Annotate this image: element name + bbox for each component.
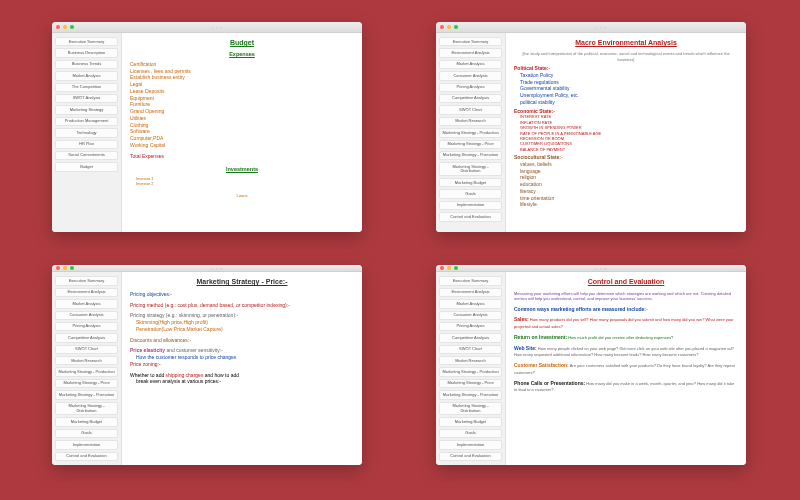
line-objectives: Pricing objectives:- bbox=[130, 291, 354, 298]
titlebar[interactable]: ◦ ◦ ◦ bbox=[52, 265, 362, 272]
sidebar-item[interactable]: Technology bbox=[55, 128, 118, 137]
list-item: education bbox=[520, 181, 738, 188]
sidebar-item[interactable]: Environment Analysis bbox=[439, 288, 502, 297]
sidebar-item[interactable]: Control and Evaluation bbox=[439, 452, 502, 461]
item-phone: Phone Calls or Presentations: How many d… bbox=[514, 380, 738, 394]
sidebar-item[interactable]: Market Analysis bbox=[55, 71, 118, 80]
line-zoning: Price zoning:- bbox=[130, 361, 354, 368]
sidebar: Executive SummaryBusiness DescriptionBus… bbox=[52, 33, 122, 232]
sidebar-item[interactable]: Marketing Strategy - Distribution bbox=[439, 402, 502, 416]
sidebar-item[interactable]: Marketing Strategy - Distribution bbox=[439, 162, 502, 176]
sidebar-item[interactable]: Marketing Strategy - Promotion bbox=[439, 390, 502, 399]
window-title: ◦ ◦ ◦ bbox=[77, 25, 358, 30]
list-item: Trade regulations bbox=[520, 79, 738, 86]
sidebar-item[interactable]: Implementation bbox=[439, 201, 502, 210]
zoom-icon[interactable] bbox=[70, 266, 74, 270]
document-content: Control and Evaluation Measuring your ma… bbox=[506, 272, 746, 465]
sidebar-item[interactable]: Executive Summary bbox=[55, 276, 118, 285]
sidebar-item[interactable]: Marketing Strategy - Price bbox=[55, 379, 118, 388]
list-item: language bbox=[520, 168, 738, 175]
expense-item: Furniture bbox=[130, 101, 354, 108]
sidebar-item[interactable]: Competitive Analysis bbox=[55, 333, 118, 342]
sidebar-item[interactable]: The Competition bbox=[55, 83, 118, 92]
close-icon[interactable] bbox=[56, 266, 60, 270]
line-discounts: Discounts and allowances:- bbox=[130, 337, 354, 344]
sidebar-item[interactable]: Control and Evaluation bbox=[439, 212, 502, 221]
sidebar-item[interactable]: Marketing Budget bbox=[439, 178, 502, 187]
sidebar-item[interactable]: HR Plan bbox=[55, 140, 118, 149]
sidebar-item[interactable]: Market Analysis bbox=[439, 299, 502, 308]
heading-sociocultural: Sociocultural State:- bbox=[514, 154, 738, 161]
sidebar-item[interactable]: Marketing Budget bbox=[55, 417, 118, 426]
sidebar: Executive SummaryEnvironment AnalysisMar… bbox=[436, 272, 506, 465]
sidebar-item[interactable]: SWOT Chart bbox=[439, 345, 502, 354]
sidebar-item[interactable]: Market Research bbox=[55, 356, 118, 365]
sidebar-item[interactable]: Market Research bbox=[439, 356, 502, 365]
sidebar-item[interactable]: Consumer Analysis bbox=[439, 71, 502, 80]
sidebar-item[interactable]: Environment Analysis bbox=[55, 288, 118, 297]
sidebar-item[interactable]: Pricing Analysis bbox=[55, 322, 118, 331]
sidebar-item[interactable]: Market Analysis bbox=[439, 60, 502, 69]
sidebar-item[interactable]: Social Commitments bbox=[55, 151, 118, 160]
minimize-icon[interactable] bbox=[447, 266, 451, 270]
expense-item: Computer,PDA bbox=[130, 135, 354, 142]
list-item: literacy bbox=[520, 188, 738, 195]
zoom-icon[interactable] bbox=[454, 266, 458, 270]
intro-text: Measuring your marketing efforts will he… bbox=[514, 291, 738, 302]
minimize-icon[interactable] bbox=[447, 25, 451, 29]
minimize-icon[interactable] bbox=[63, 266, 67, 270]
sidebar-item[interactable]: Market Research bbox=[439, 117, 502, 126]
sidebar-item[interactable]: Business Description bbox=[55, 48, 118, 57]
sidebar-item[interactable]: SWOT Chart bbox=[55, 345, 118, 354]
sidebar-item[interactable]: Market Analysis bbox=[55, 299, 118, 308]
sidebar-item[interactable]: Executive Summary bbox=[55, 37, 118, 46]
page-title: Control and Evaluation bbox=[514, 277, 738, 286]
sidebar-item[interactable]: Business Trends bbox=[55, 60, 118, 69]
expense-item: Working Capital bbox=[130, 142, 354, 149]
sidebar-item[interactable]: Marketing Strategy - Price bbox=[439, 379, 502, 388]
sidebar-item[interactable]: Marketing Budget bbox=[439, 417, 502, 426]
close-icon[interactable] bbox=[56, 25, 60, 29]
zoom-icon[interactable] bbox=[454, 25, 458, 29]
sidebar-item[interactable]: Competitive Analysis bbox=[439, 94, 502, 103]
sidebar-item[interactable]: Control and Evaluation bbox=[55, 452, 118, 461]
sidebar-item[interactable]: Marketing Strategy - Production bbox=[439, 367, 502, 376]
list-item: lifestyle. bbox=[520, 201, 738, 208]
titlebar[interactable]: ◦ ◦ ◦ bbox=[436, 265, 746, 272]
sidebar-item[interactable]: Goals bbox=[439, 429, 502, 438]
sidebar-item[interactable]: Competitive Analysis bbox=[439, 333, 502, 342]
sidebar-item[interactable]: Consumer Analysis bbox=[55, 311, 118, 320]
sidebar-item[interactable]: Marketing Strategy - Promotion bbox=[55, 390, 118, 399]
close-icon[interactable] bbox=[440, 25, 444, 29]
sidebar: Executive SummaryEnvironment AnalysisMar… bbox=[436, 33, 506, 232]
zoom-icon[interactable] bbox=[70, 25, 74, 29]
sidebar-item[interactable]: SWOT Chart bbox=[439, 105, 502, 114]
sidebar-item[interactable]: SWOT Analysis bbox=[55, 94, 118, 103]
sidebar-item[interactable]: Implementation bbox=[439, 440, 502, 449]
sidebar-item[interactable]: Marketing Strategy bbox=[55, 105, 118, 114]
sidebar-item[interactable]: Goals bbox=[55, 429, 118, 438]
titlebar[interactable]: ◦ ◦ ◦ bbox=[52, 22, 362, 33]
sidebar-item[interactable]: Marketing Strategy - Distribution bbox=[55, 402, 118, 416]
sidebar-item[interactable]: Pricing Analysis bbox=[439, 83, 502, 92]
window-budget: ◦ ◦ ◦ Executive SummaryBusiness Descript… bbox=[52, 22, 362, 232]
sidebar-item[interactable]: Marketing Strategy - Promotion bbox=[439, 151, 502, 160]
sidebar-item[interactable]: Pricing Analysis bbox=[439, 322, 502, 331]
sidebar-item[interactable]: Executive Summary bbox=[439, 276, 502, 285]
sidebar-item[interactable]: Goals bbox=[439, 189, 502, 198]
minimize-icon[interactable] bbox=[63, 25, 67, 29]
sidebar-item[interactable]: Consumer Analysis bbox=[439, 311, 502, 320]
sidebar-item[interactable]: Implementation bbox=[55, 440, 118, 449]
sidebar-item[interactable]: Marketing Strategy - Production bbox=[439, 128, 502, 137]
window-title: ◦ ◦ ◦ bbox=[461, 25, 742, 30]
page-title: Macro Environmental Analysis bbox=[514, 38, 738, 47]
sidebar-item[interactable]: Production Management bbox=[55, 117, 118, 126]
titlebar[interactable]: ◦ ◦ ◦ bbox=[436, 22, 746, 33]
document-content: Macro Environmental Analysis [the study … bbox=[506, 33, 746, 232]
sidebar-item[interactable]: Marketing Strategy - Production bbox=[55, 367, 118, 376]
close-icon[interactable] bbox=[440, 266, 444, 270]
sidebar-item[interactable]: Environment Analysis bbox=[439, 48, 502, 57]
sidebar-item[interactable]: Budget bbox=[55, 162, 118, 171]
sidebar-item[interactable]: Executive Summary bbox=[439, 37, 502, 46]
sidebar-item[interactable]: Marketing Strategy - Price bbox=[439, 140, 502, 149]
